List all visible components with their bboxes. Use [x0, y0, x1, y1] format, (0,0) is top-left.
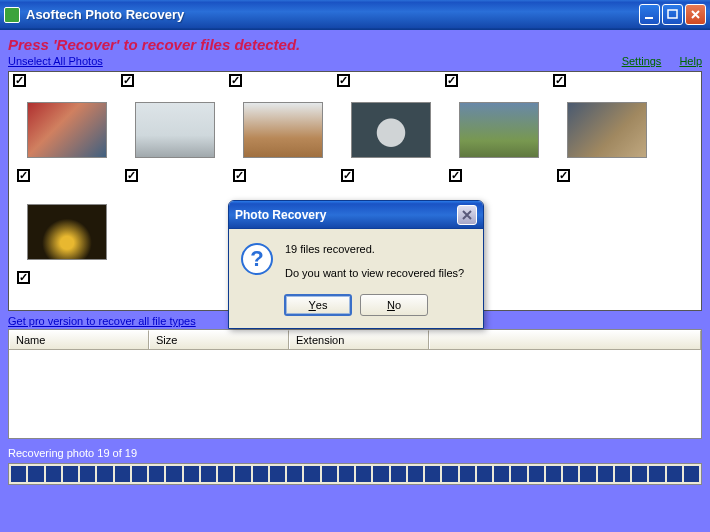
progress-segment	[184, 466, 199, 482]
thumbnail-image[interactable]	[351, 102, 431, 158]
progress-segment	[149, 466, 164, 482]
svg-rect-1	[668, 10, 677, 18]
progress-segment	[667, 466, 682, 482]
window-minimize-button[interactable]	[639, 4, 660, 25]
thumbnail-checkbox[interactable]: ✓	[341, 169, 354, 182]
window-title: Asoftech Photo Recovery	[26, 7, 637, 22]
progress-segment	[563, 466, 578, 482]
progress-segment	[322, 466, 337, 482]
table-body	[9, 350, 701, 438]
progress-segment	[615, 466, 630, 482]
app-icon	[4, 7, 20, 23]
progress-segment	[649, 466, 664, 482]
window-maximize-button[interactable]	[662, 4, 683, 25]
window-close-button[interactable]	[685, 4, 706, 25]
recovery-complete-dialog: Photo Recovery ? 19 files recovered. Do …	[228, 200, 484, 329]
thumbnail-image[interactable]	[459, 102, 539, 158]
progress-segment	[408, 466, 423, 482]
progress-segment	[80, 466, 95, 482]
progress-segment	[218, 466, 233, 482]
thumbnail-image[interactable]	[27, 204, 107, 260]
progress-segment	[253, 466, 268, 482]
dialog-line2: Do you want to view recovered files?	[285, 265, 464, 283]
dialog-body: ? 19 files recovered. Do you want to vie…	[229, 229, 483, 294]
help-link[interactable]: Help	[679, 55, 702, 67]
column-header-blank	[429, 330, 701, 349]
progress-segment	[166, 466, 181, 482]
thumbnail-checkbox[interactable]: ✓	[125, 169, 138, 182]
thumbnail-item[interactable]: ✓	[337, 94, 445, 196]
thumbnail-checkbox[interactable]: ✓	[449, 169, 462, 182]
thumbnail-checkbox[interactable]: ✓	[17, 271, 30, 284]
question-icon: ?	[241, 243, 273, 275]
thumbnail-image[interactable]	[27, 102, 107, 158]
column-header-name[interactable]: Name	[9, 330, 149, 349]
dialog-message: 19 files recovered. Do you want to view …	[285, 241, 464, 282]
column-header-size[interactable]: Size	[149, 330, 289, 349]
progress-segment	[511, 466, 526, 482]
progress-segment	[46, 466, 61, 482]
progress-segment	[494, 466, 509, 482]
progress-segment	[28, 466, 43, 482]
yes-button[interactable]: Yes	[284, 294, 352, 316]
progress-segment	[598, 466, 613, 482]
table-header-row: Name Size Extension	[9, 330, 701, 350]
progress-segment	[235, 466, 250, 482]
pro-version-link[interactable]: Get pro version to recover all file type…	[8, 315, 196, 327]
window-titlebar: Asoftech Photo Recovery	[0, 0, 710, 30]
progress-segment	[97, 466, 112, 482]
progress-segment	[339, 466, 354, 482]
progress-segment	[132, 466, 147, 482]
dialog-titlebar: Photo Recovery	[229, 201, 483, 229]
progress-segment	[391, 466, 406, 482]
progress-segment	[580, 466, 595, 482]
dialog-button-row: Yes No	[229, 294, 483, 328]
settings-link[interactable]: Settings	[622, 55, 662, 67]
progress-segment	[11, 466, 26, 482]
progress-segment	[546, 466, 561, 482]
thumbnail-checkbox[interactable]: ✓	[17, 169, 30, 182]
status-text: Recovering photo 19 of 19	[8, 447, 702, 459]
progress-segment	[632, 466, 647, 482]
thumbnail-checkbox[interactable]: ✓	[557, 169, 570, 182]
progress-segment	[425, 466, 440, 482]
dialog-title: Photo Recovery	[235, 208, 457, 222]
thumbnail-image[interactable]	[567, 102, 647, 158]
progress-bar	[8, 463, 702, 485]
thumbnail-item[interactable]: ✓	[13, 196, 121, 298]
thumbnail-item[interactable]: ✓	[121, 94, 229, 196]
links-row: Unselect All Photos Settings Help	[0, 55, 710, 71]
progress-segment	[442, 466, 457, 482]
unselect-all-link[interactable]: Unselect All Photos	[8, 55, 103, 67]
progress-segment	[287, 466, 302, 482]
svg-rect-0	[645, 17, 653, 19]
progress-segment	[201, 466, 216, 482]
thumbnail-checkbox[interactable]: ✓	[233, 169, 246, 182]
no-button[interactable]: No	[360, 294, 428, 316]
thumbnail-item[interactable]: ✓	[445, 94, 553, 196]
file-table: Name Size Extension	[8, 329, 702, 439]
progress-segment	[63, 466, 78, 482]
thumbnail-item[interactable]: ✓	[553, 94, 661, 196]
column-header-extension[interactable]: Extension	[289, 330, 429, 349]
progress-segment	[115, 466, 130, 482]
dialog-close-button[interactable]	[457, 205, 477, 225]
progress-segment	[356, 466, 371, 482]
progress-segment	[684, 466, 699, 482]
progress-segment	[477, 466, 492, 482]
progress-segment	[529, 466, 544, 482]
progress-segment	[373, 466, 388, 482]
progress-segment	[270, 466, 285, 482]
dialog-line1: 19 files recovered.	[285, 241, 464, 259]
thumbnail-image[interactable]	[243, 102, 323, 158]
progress-segment	[304, 466, 319, 482]
thumbnail-image[interactable]	[135, 102, 215, 158]
progress-segment	[460, 466, 475, 482]
instruction-banner: Press 'Recover' to recover files detecte…	[0, 30, 710, 55]
thumbnail-item[interactable]: ✓	[13, 94, 121, 196]
thumbnail-item[interactable]: ✓	[229, 94, 337, 196]
